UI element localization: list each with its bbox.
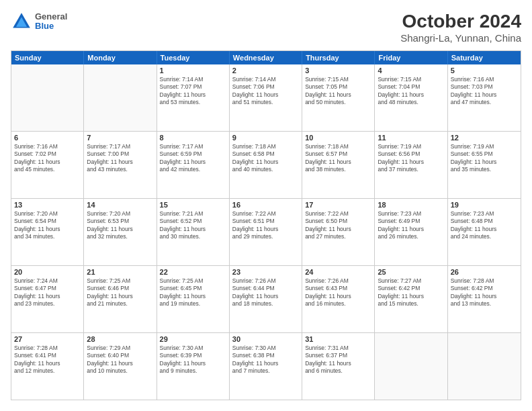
day-number: 19 xyxy=(451,201,518,209)
cell-line: and 29 minutes. xyxy=(232,233,299,240)
calendar-cell-r2c5: 18Sunrise: 7:23 AMSunset: 6:49 PMDayligh… xyxy=(375,199,447,265)
calendar-cell-r3c0: 20Sunrise: 7:24 AMSunset: 6:47 PMDayligh… xyxy=(11,266,84,332)
cell-line: Daylight: 11 hours xyxy=(14,158,81,166)
day-number: 10 xyxy=(305,134,371,142)
day-number: 17 xyxy=(305,201,371,209)
cell-line: Sunset: 7:07 PM xyxy=(160,83,226,91)
header-saturday: Saturday xyxy=(448,51,521,64)
header-wednesday: Wednesday xyxy=(230,51,302,64)
cell-line: Daylight: 11 hours xyxy=(232,226,299,233)
cell-line: Daylight: 11 hours xyxy=(378,293,444,300)
cell-line: Daylight: 11 hours xyxy=(160,226,226,233)
cell-line: Sunrise: 7:18 AM xyxy=(232,143,299,150)
calendar-row-2: 13Sunrise: 7:20 AMSunset: 6:54 PMDayligh… xyxy=(11,199,521,266)
cell-line: Sunset: 6:43 PM xyxy=(305,285,371,292)
day-number: 30 xyxy=(232,335,299,343)
cell-line: Sunrise: 7:23 AM xyxy=(451,210,518,218)
calendar-cell-r4c4: 31Sunrise: 7:31 AMSunset: 6:37 PMDayligh… xyxy=(302,333,375,400)
cell-line: Sunset: 6:48 PM xyxy=(451,218,518,225)
cell-line: and 45 minutes. xyxy=(14,166,81,173)
cell-line: Sunset: 6:55 PM xyxy=(451,150,518,158)
header-thursday: Thursday xyxy=(302,51,375,64)
calendar-cell-r1c6: 12Sunrise: 7:19 AMSunset: 6:55 PMDayligh… xyxy=(448,132,521,198)
calendar-cell-r4c6 xyxy=(448,333,521,400)
cell-line: Sunrise: 7:29 AM xyxy=(87,345,153,352)
cell-line: Sunset: 6:52 PM xyxy=(160,218,226,225)
cell-line: Sunset: 6:46 PM xyxy=(87,285,153,292)
cell-line: and 30 minutes. xyxy=(160,233,226,240)
cell-line: Sunset: 7:06 PM xyxy=(232,83,299,91)
cell-line: Sunrise: 7:28 AM xyxy=(451,277,518,285)
cell-line: Daylight: 11 hours xyxy=(305,360,371,367)
calendar-cell-r2c1: 14Sunrise: 7:20 AMSunset: 6:53 PMDayligh… xyxy=(84,199,157,265)
day-number: 9 xyxy=(232,134,299,142)
cell-line: and 6 minutes. xyxy=(305,367,371,375)
calendar-cell-r4c3: 30Sunrise: 7:30 AMSunset: 6:38 PMDayligh… xyxy=(230,333,302,400)
cell-line: Sunset: 6:54 PM xyxy=(14,218,81,225)
cell-line: and 51 minutes. xyxy=(232,99,299,106)
calendar-cell-r0c2: 1Sunrise: 7:14 AMSunset: 7:07 PMDaylight… xyxy=(157,64,230,131)
cell-line: Daylight: 11 hours xyxy=(232,158,299,166)
calendar-cell-r1c5: 11Sunrise: 7:19 AMSunset: 6:56 PMDayligh… xyxy=(375,132,447,198)
calendar-cell-r0c5: 4Sunrise: 7:15 AMSunset: 7:04 PMDaylight… xyxy=(375,64,447,131)
cell-line: and 38 minutes. xyxy=(305,166,371,173)
calendar-cell-r4c1: 28Sunrise: 7:29 AMSunset: 6:40 PMDayligh… xyxy=(84,333,157,400)
calendar-header: Sunday Monday Tuesday Wednesday Thursday… xyxy=(11,51,521,64)
calendar-cell-r0c1 xyxy=(84,64,157,131)
calendar-row-0: 1Sunrise: 7:14 AMSunset: 7:07 PMDaylight… xyxy=(11,64,521,132)
cell-line: Sunset: 6:40 PM xyxy=(87,352,153,359)
calendar-cell-r1c3: 9Sunrise: 7:18 AMSunset: 6:58 PMDaylight… xyxy=(230,132,302,198)
cell-line: Sunrise: 7:31 AM xyxy=(305,345,371,352)
calendar-cell-r3c4: 24Sunrise: 7:26 AMSunset: 6:43 PMDayligh… xyxy=(302,266,375,332)
day-number: 13 xyxy=(14,201,81,209)
calendar-cell-r3c6: 26Sunrise: 7:28 AMSunset: 6:42 PMDayligh… xyxy=(448,266,521,332)
cell-line: and 26 minutes. xyxy=(378,233,444,240)
day-number: 27 xyxy=(14,335,81,343)
cell-line: Daylight: 11 hours xyxy=(87,226,153,233)
cell-line: Sunset: 6:42 PM xyxy=(378,285,444,292)
cell-line: and 15 minutes. xyxy=(378,300,444,308)
calendar-cell-r4c2: 29Sunrise: 7:30 AMSunset: 6:39 PMDayligh… xyxy=(157,333,230,400)
cell-line: and 21 minutes. xyxy=(87,300,153,308)
cell-line: Sunrise: 7:14 AM xyxy=(160,76,226,83)
cell-line: Sunset: 7:03 PM xyxy=(451,83,518,91)
day-number: 25 xyxy=(378,268,444,276)
calendar-cell-r3c2: 22Sunrise: 7:25 AMSunset: 6:45 PMDayligh… xyxy=(157,266,230,332)
logo-general: General xyxy=(35,12,67,21)
calendar-cell-r0c4: 3Sunrise: 7:15 AMSunset: 7:05 PMDaylight… xyxy=(302,64,375,131)
calendar-cell-r0c6: 5Sunrise: 7:16 AMSunset: 7:03 PMDaylight… xyxy=(448,64,521,131)
cell-line: Sunrise: 7:25 AM xyxy=(160,277,226,285)
cell-line: Sunset: 6:49 PM xyxy=(378,218,444,225)
cell-line: Sunrise: 7:14 AM xyxy=(232,76,299,83)
cell-line: Sunrise: 7:23 AM xyxy=(378,210,444,218)
logo: General Blue xyxy=(11,11,67,32)
cell-line: Daylight: 11 hours xyxy=(14,360,81,367)
cell-line: and 50 minutes. xyxy=(305,99,371,106)
calendar-cell-r1c4: 10Sunrise: 7:18 AMSunset: 6:57 PMDayligh… xyxy=(302,132,375,198)
day-number: 16 xyxy=(232,201,299,209)
day-number: 8 xyxy=(160,134,226,142)
cell-line: Sunrise: 7:25 AM xyxy=(87,277,153,285)
calendar-cell-r2c0: 13Sunrise: 7:20 AMSunset: 6:54 PMDayligh… xyxy=(11,199,84,265)
cell-line: Daylight: 11 hours xyxy=(378,91,444,99)
calendar: Sunday Monday Tuesday Wednesday Thursday… xyxy=(11,50,521,400)
day-number: 26 xyxy=(451,268,518,276)
cell-line: Sunrise: 7:28 AM xyxy=(14,345,81,352)
cell-line: Sunrise: 7:24 AM xyxy=(14,277,81,285)
cell-line: and 53 minutes. xyxy=(160,99,226,106)
cell-line: Daylight: 11 hours xyxy=(305,293,371,300)
cell-line: Sunset: 7:00 PM xyxy=(87,150,153,158)
cell-line: Sunset: 6:57 PM xyxy=(305,150,371,158)
cell-line: and 12 minutes. xyxy=(14,367,81,375)
day-number: 18 xyxy=(378,201,444,209)
cell-line: Sunrise: 7:26 AM xyxy=(232,277,299,285)
cell-line: and 35 minutes. xyxy=(451,166,518,173)
cell-line: Daylight: 11 hours xyxy=(87,158,153,166)
day-number: 2 xyxy=(232,66,299,75)
cell-line: and 19 minutes. xyxy=(160,300,226,308)
cell-line: and 48 minutes. xyxy=(378,99,444,106)
calendar-row-4: 27Sunrise: 7:28 AMSunset: 6:41 PMDayligh… xyxy=(11,333,521,400)
day-number: 23 xyxy=(232,268,299,276)
cell-line: Daylight: 11 hours xyxy=(160,91,226,99)
cell-line: and 24 minutes. xyxy=(451,233,518,240)
